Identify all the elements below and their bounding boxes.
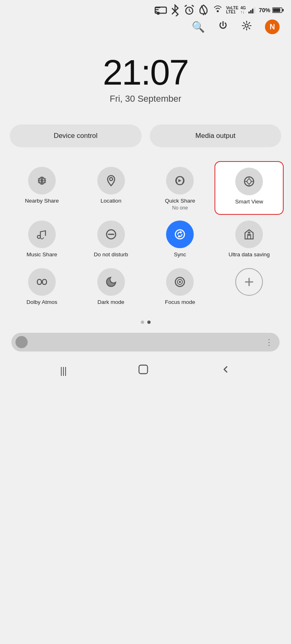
avatar[interactable]: N xyxy=(265,20,280,34)
search-icon[interactable]: 🔍 xyxy=(192,21,205,33)
volume-menu-icon[interactable]: ⋮ xyxy=(265,337,274,347)
volume-thumb[interactable] xyxy=(15,336,28,348)
media-output-button[interactable]: Media output xyxy=(150,124,282,147)
volume-row: ⋮ xyxy=(0,328,291,356)
back-button[interactable] xyxy=(220,364,231,378)
music-share-icon-wrap xyxy=(28,220,56,248)
battery-icon xyxy=(272,7,284,14)
tile-sync[interactable]: Sync xyxy=(146,215,215,262)
dark-mode-icon-wrap xyxy=(97,268,125,296)
settings-icon[interactable] xyxy=(241,20,252,33)
smart-view-icon-wrap xyxy=(235,168,263,195)
dolby-atmos-label: Dolby Atmos xyxy=(26,299,57,306)
recents-button[interactable]: ||| xyxy=(60,365,67,376)
clock-time: 21:07 xyxy=(103,55,188,90)
svg-rect-10 xyxy=(252,9,254,13)
add-icon-wrap xyxy=(235,268,263,296)
dolby-atmos-icon xyxy=(36,276,48,288)
clock-section: 21:07 Fri, 30 September xyxy=(0,38,291,124)
dolby-atmos-icon-wrap xyxy=(28,268,56,296)
smart-view-label: Smart View xyxy=(235,199,263,205)
clock-date: Fri, 30 September xyxy=(109,94,181,104)
device-control-button[interactable]: Device control xyxy=(10,124,142,147)
svg-point-7 xyxy=(217,10,219,12)
cast-icon xyxy=(155,4,167,16)
battery-percentage: 70% xyxy=(259,7,270,13)
add-icon xyxy=(243,276,255,288)
focus-mode-label: Focus mode xyxy=(165,299,195,306)
tile-location[interactable]: Location xyxy=(77,161,146,215)
tile-focus-mode[interactable]: Focus mode xyxy=(146,262,215,310)
home-button[interactable] xyxy=(138,364,149,378)
bottom-nav: ||| xyxy=(0,356,291,388)
status-icons: VoLTELTE1 4G↑↓ 70% xyxy=(155,4,284,16)
sync-icon xyxy=(174,228,186,240)
music-share-icon xyxy=(36,228,48,240)
action-bar: 🔍 N xyxy=(0,18,291,38)
svg-rect-13 xyxy=(273,9,280,12)
pagination xyxy=(0,314,291,328)
ultra-data-saving-icon xyxy=(243,228,255,240)
svg-rect-14 xyxy=(282,9,284,11)
svg-rect-30 xyxy=(139,365,148,373)
volume-slider[interactable]: ⋮ xyxy=(11,333,280,351)
nearby-share-icon-wrap xyxy=(28,167,56,194)
pagination-dot-1[interactable] xyxy=(141,321,144,324)
quick-share-label: Quick Share xyxy=(165,198,195,205)
tile-ultra-data-saving[interactable]: Ultra data saving xyxy=(214,215,284,262)
svg-rect-11 xyxy=(254,7,256,13)
sync-icon-wrap xyxy=(166,220,194,248)
dnd-icon xyxy=(105,228,117,240)
mute-icon xyxy=(197,4,210,16)
dark-mode-label: Dark mode xyxy=(98,299,125,306)
tile-quick-share[interactable]: Quick Share No one xyxy=(146,161,215,215)
svg-point-17 xyxy=(109,178,113,181)
tile-add[interactable] xyxy=(214,262,284,310)
focus-mode-icon-wrap xyxy=(166,268,194,296)
alarm-icon xyxy=(183,4,195,16)
smart-view-icon xyxy=(243,175,255,188)
dnd-label: Do not disturb xyxy=(94,251,128,258)
location-label: Location xyxy=(101,198,121,205)
svg-point-22 xyxy=(175,230,185,239)
tile-dolby-atmos[interactable]: Dolby Atmos xyxy=(7,262,77,310)
svg-rect-8 xyxy=(248,12,250,13)
svg-rect-23 xyxy=(37,279,42,285)
status-bar: VoLTELTE1 4G↑↓ 70% xyxy=(0,0,291,18)
tile-do-not-disturb[interactable]: Do not disturb xyxy=(77,215,146,262)
svg-rect-24 xyxy=(42,279,46,285)
nearby-share-icon xyxy=(36,175,48,187)
ultra-data-saving-icon-wrap xyxy=(235,220,263,248)
tile-dark-mode[interactable]: Dark mode xyxy=(77,262,146,310)
music-share-label: Music Share xyxy=(26,251,57,258)
quick-share-icon xyxy=(174,175,186,187)
power-icon[interactable] xyxy=(218,20,228,33)
ultra-data-saving-label: Ultra data saving xyxy=(228,251,269,258)
volte-label: VoLTELTE1 xyxy=(226,6,238,14)
pagination-dot-2[interactable] xyxy=(147,321,151,324)
quick-share-sublabel: No one xyxy=(172,205,188,211)
signal-icon xyxy=(248,7,257,13)
control-buttons: Device control Media output xyxy=(0,124,291,157)
tile-music-share[interactable]: Music Share xyxy=(7,215,77,262)
svg-rect-9 xyxy=(250,10,252,13)
tiles-grid: Nearby Share Location Quick Share No one xyxy=(0,157,291,314)
bluetooth-icon xyxy=(169,4,181,16)
dnd-icon-wrap xyxy=(97,220,125,248)
quick-share-icon-wrap xyxy=(166,167,194,194)
dark-mode-icon xyxy=(105,276,117,288)
tile-smart-view[interactable]: Smart View xyxy=(214,161,284,215)
focus-mode-icon xyxy=(174,276,186,288)
svg-point-27 xyxy=(179,281,181,283)
hotspot-icon xyxy=(212,4,224,16)
svg-rect-1 xyxy=(155,9,159,11)
4g-label: 4G↑↓ xyxy=(241,6,246,14)
svg-point-15 xyxy=(245,24,248,27)
sync-label: Sync xyxy=(174,251,186,258)
tile-nearby-share[interactable]: Nearby Share xyxy=(7,161,77,215)
nearby-share-label: Nearby Share xyxy=(25,198,59,205)
location-icon-wrap xyxy=(97,167,125,194)
location-icon xyxy=(105,175,117,187)
svg-point-4 xyxy=(157,12,160,15)
